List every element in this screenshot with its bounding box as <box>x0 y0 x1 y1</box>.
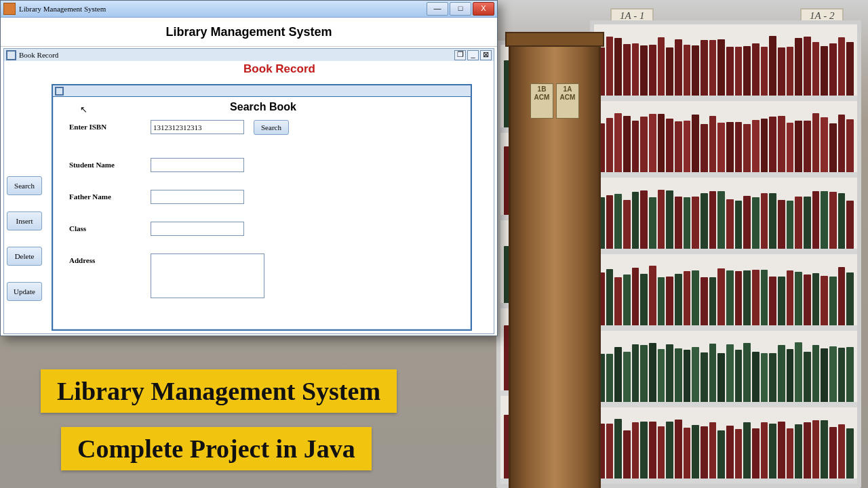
window-close-button[interactable]: X <box>473 2 494 16</box>
titlebar[interactable]: Library Management System — □ X <box>1 1 497 18</box>
frame-minimize-button[interactable]: _ <box>467 50 479 60</box>
insert-button[interactable]: Insert <box>7 211 42 230</box>
pillar-tag-b: 1A ACM <box>556 83 579 119</box>
class-label: Class <box>69 222 151 232</box>
frame-detach-button[interactable]: ❐ <box>454 50 466 60</box>
search-button[interactable]: Search <box>7 176 42 195</box>
isbn-input[interactable] <box>151 120 244 134</box>
wooden-pillar: 1B ACM 1A ACM <box>509 41 601 488</box>
frame-title: Book Record <box>19 51 58 59</box>
search-panel-titlebar[interactable] <box>53 85 471 97</box>
app-header: Library Management System <box>1 18 497 47</box>
student-name-input[interactable] <box>151 158 244 172</box>
search-book-panel: ↖ Search Book Enter ISBN Search Student … <box>52 84 472 331</box>
frame-icon <box>6 50 16 60</box>
father-name-label: Father Name <box>69 190 151 201</box>
address-textarea[interactable] <box>151 253 264 298</box>
search-panel-title: Search Book <box>69 101 457 113</box>
father-name-input[interactable] <box>151 190 244 204</box>
bookshelf <box>590 20 861 488</box>
book-record-heading: Book Record <box>65 62 494 76</box>
window-minimize-button[interactable]: — <box>427 2 448 16</box>
app-title: Library Management System <box>165 25 332 39</box>
book-record-titlebar[interactable]: Book Record ❐ _ ⊠ <box>4 49 494 62</box>
class-input[interactable] <box>151 222 244 236</box>
address-label: Address <box>69 253 151 264</box>
search-submit-button[interactable]: Search <box>254 120 289 135</box>
action-sidebar: Search Insert Delete Update <box>7 176 42 301</box>
delete-button[interactable]: Delete <box>7 247 42 266</box>
update-button[interactable]: Update <box>7 282 42 301</box>
frame-close-button[interactable]: ⊠ <box>480 50 492 60</box>
isbn-label: Enter ISBN <box>69 120 151 131</box>
pillar-tag-a: 1B ACM <box>530 83 553 119</box>
book-record-frame: Book Record ❐ _ ⊠ Book Record Search Ins… <box>3 48 494 334</box>
student-name-label: Student Name <box>69 158 151 169</box>
window-title: Library Management System <box>19 5 425 13</box>
panel-icon <box>55 87 64 96</box>
app-window: Library Management System — □ X Library … <box>0 0 498 336</box>
java-app-icon <box>3 3 16 15</box>
window-maximize-button[interactable]: □ <box>450 2 471 16</box>
promo-banner-1: Library Management System <box>41 369 397 413</box>
promo-banner-2: Complete Project in Java <box>61 427 372 470</box>
